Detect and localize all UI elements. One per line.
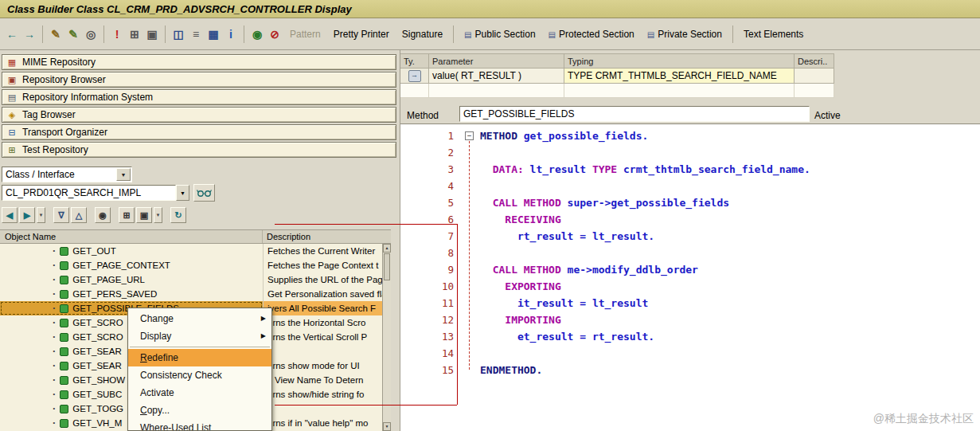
layout-icon[interactable]: ▣ [136,207,152,223]
column-header-description[interactable]: Descri.. [795,53,834,69]
method-icon [60,362,68,370]
object-name-input[interactable]: CL_PRD01QR_SEARCH_IMPL [2,185,176,201]
sidebar-button-mime-repository[interactable]: ▦MIME Repository [2,54,396,70]
toolbar-button-public-section[interactable]: ▤Public Section [458,26,542,42]
tree-row[interactable]: ·GET_PAGE_CONTEXTFetches the Page Contex… [0,258,382,272]
code-line [480,178,980,194]
object-list-icon[interactable]: ≡ [187,25,205,44]
tree-row[interactable]: ·GET_PAGE_URLSupplies the URL of the Pag [0,272,382,287]
history-back-icon[interactable]: ◀ [2,207,18,223]
chevron-down-icon[interactable]: ▼ [116,168,131,181]
sidebar-button-transport-organizer[interactable]: ⊟Transport Organizer [2,124,396,140]
filter-icon[interactable]: ∇ [53,207,69,223]
menu-item-activate[interactable]: Activate [128,384,271,402]
code-line: IMPORTING [480,311,980,328]
menu-separator [130,347,270,347]
code-token: rt_result = lt_result. [480,230,654,242]
mime-repository-icon: ▦ [6,57,18,68]
toolbar-button-label: Pretty Printer [334,29,389,40]
toolbar-button-text-elements[interactable]: Text Elements [737,26,810,42]
information-icon[interactable]: i [222,25,240,44]
menu-item-change[interactable]: Change▶ [128,310,271,327]
bullet-icon: · [53,276,56,283]
history-forward-icon[interactable]: ▶ [19,207,35,223]
insert-pattern-icon[interactable]: ◉ [248,25,266,44]
forward-icon[interactable]: → [21,25,38,44]
code-token: DATA: [480,163,524,175]
toolbar-button-signature[interactable]: Signature [396,26,449,42]
watermark: @稀土掘金技术社区 [873,412,974,426]
code-line: EXPORTING [480,278,980,295]
object-type-select[interactable]: Class / Interface ▼ [2,167,132,182]
toolbar-button-pretty-printer[interactable]: Pretty Printer [327,26,396,42]
find-icon[interactable]: ◉ [95,207,111,223]
method-description: ivers All Possible Search F [263,301,382,315]
sidebar-button-label: Transport Organizer [22,127,107,138]
tree-scrollbar[interactable]: ▲ ▼ [382,244,391,431]
bullet-icon: · [53,362,56,369]
private-section-icon: ▤ [647,30,654,39]
execute-icon[interactable]: ▣ [143,25,161,44]
line-number: 5 [400,194,459,211]
sort-icon[interactable]: △ [71,207,87,223]
menu-item-label: Consistency Check [140,370,222,381]
method-name-field[interactable]: GET_POSSIBLE_FIELDS [459,106,810,122]
object-name-dropdown-icon[interactable]: ▼ [176,185,189,201]
menu-item-copy[interactable]: Copy... [128,402,271,419]
column-header-description[interactable]: Description [263,230,391,243]
sidebar-button-repository-information-system[interactable]: ▤Repository Information System [2,89,396,105]
menu-item-label: Activate [140,387,174,398]
code-editor[interactable]: 123456789101112131415 − METHOD get_possi… [400,123,980,431]
tree-row[interactable]: ·GET_PERS_SAVEDGet Personalization saved… [0,287,382,301]
menu-item-redefine[interactable]: Redefine [128,349,271,366]
display-change-icon[interactable]: ✎ [47,25,64,44]
scroll-thumb[interactable] [384,253,390,280]
sidebar-button-test-repository[interactable]: ⊞Test Repository [2,142,396,158]
where-used-icon[interactable]: ◫ [170,25,187,44]
parameter-row[interactable]: →value( RT_RESULT )TYPE CRMT_THTMLB_SEAR… [400,69,834,84]
code-token: CALL METHOD [480,264,561,276]
reject-icon[interactable]: ⊘ [266,25,283,44]
method-name: GET_SEAR [72,361,121,370]
toolbar-button-protected-section[interactable]: ▤Protected Section [542,26,641,42]
column-header-ty[interactable]: Ty. [400,53,429,69]
method-icon [60,333,68,342]
column-header-object-name[interactable]: Object Name [0,230,263,243]
syntax-check-icon[interactable]: ! [108,25,126,44]
back-icon[interactable]: ← [3,25,21,44]
workbench-settings-icon[interactable]: ▦ [205,25,222,44]
refresh-object-icon[interactable]: ◎ [82,25,100,44]
column-header-typing[interactable]: Typing [564,53,795,69]
tree-row[interactable]: ·GET_OUTFetches the Current Writer [0,244,382,258]
edit-lock-icon[interactable]: ✎ [64,25,82,44]
toolbar-button-pattern[interactable]: Pattern [283,26,327,42]
sidebar-button-tag-browser[interactable]: ◈Tag Browser [2,107,396,123]
public-section-icon: ▤ [464,30,471,39]
param-desc-cell [795,69,834,84]
code-token: ENDMETHOD. [480,364,542,376]
scroll-up-icon[interactable]: ▲ [383,244,391,253]
column-header-parameter[interactable]: Parameter [429,53,564,69]
full-view-icon[interactable]: ⊞ [119,207,135,223]
layout-menu-icon[interactable]: ▼ [154,207,162,223]
code-line: CALL METHOD me->modify_ddlb_order [480,261,980,278]
parameters-header: Ty. Parameter Typing Descri.. [400,53,834,69]
collapse-icon[interactable]: − [465,131,474,140]
method-name: GET_OUT [72,246,115,256]
editor-panel: Ty. Parameter Typing Descri.. →value( RT… [400,50,980,431]
toolbar-button-private-section[interactable]: ▤Private Section [641,26,728,42]
display-object-button[interactable] [193,184,215,202]
object-name-value: CL_PRD01QR_SEARCH_IMPL [6,187,141,198]
refresh-icon[interactable]: ↻ [170,207,186,223]
sidebar-button-repository-browser[interactable]: ▣Repository Browser [2,72,396,88]
method-description [263,344,382,359]
bullet-icon: · [53,348,56,355]
history-list-icon[interactable]: ▼ [37,207,45,223]
method-status: Active [814,110,841,121]
method-description: urns show/hide string fo [263,387,382,402]
menu-item-consistency-check[interactable]: Consistency Check [128,366,271,384]
menu-item-display[interactable]: Display▶ [128,327,271,345]
menu-item-where-used-list[interactable]: Where-Used List [128,419,271,431]
activate-icon[interactable]: ⊞ [126,25,143,44]
scroll-down-icon[interactable]: ▼ [383,422,391,431]
